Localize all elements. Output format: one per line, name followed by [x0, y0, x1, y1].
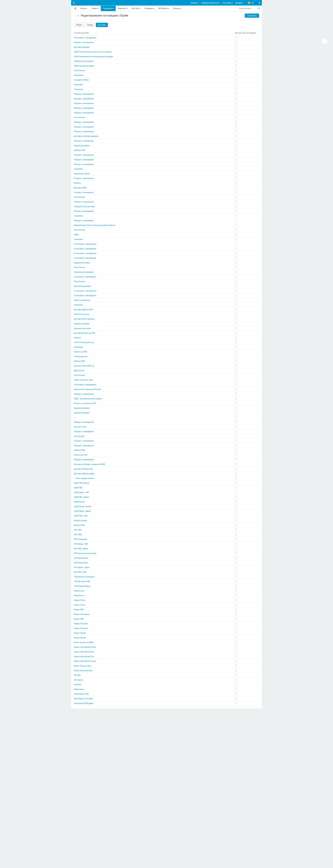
user-icon[interactable]: 👤: [255, 1, 258, 4]
shipping-method-link[interactable]: PickPoint: [74, 684, 235, 686]
shipping-method-link[interactable]: СДЭК: [74, 234, 235, 236]
availability-checkbox[interactable]: [235, 261, 237, 264]
shipping-method-link[interactable]: Яндекс Курьер за МКАД: [74, 642, 235, 643]
shipping-method-link[interactable]: Доставка Boxberry до ПВЗ: [74, 332, 235, 334]
shipping-method-link[interactable]: Яндекс International Post: [74, 651, 235, 653]
tab[interactable]: Общее: [74, 23, 84, 27]
availability-checkbox[interactable]: [235, 618, 237, 620]
shipping-method-link[interactable]: ДДК-Express: [74, 370, 235, 372]
availability-checkbox[interactable]: [235, 538, 237, 540]
availability-checkbox[interactable]: [235, 603, 237, 606]
availability-checkbox[interactable]: [235, 571, 237, 573]
shipping-method-link[interactable]: Яндекс Постамат: [74, 627, 235, 629]
back-button[interactable]: ←: [74, 14, 76, 17]
shipping-method-link[interactable]: Обсудить с менеджером: [74, 431, 235, 432]
shipping-method-link[interactable]: Обсудить с менеджером: [74, 121, 235, 123]
shipping-method-link[interactable]: Доставка СДЭК: [74, 187, 235, 189]
shipping-method-link[interactable]: Курьером до двери: [74, 323, 235, 324]
availability-checkbox[interactable]: [235, 233, 237, 236]
availability-checkbox[interactable]: [235, 561, 237, 563]
shipping-method-link[interactable]: Согласовать с менеджером: [74, 37, 235, 39]
availability-checkbox[interactable]: [235, 482, 237, 484]
availability-checkbox[interactable]: [235, 632, 237, 634]
shipping-method-link[interactable]: Курьером при заказе: [74, 328, 235, 329]
shipping-method-link[interactable]: DPD Курьер Авто: [74, 562, 235, 564]
availability-checkbox[interactable]: [235, 468, 237, 470]
availability-checkbox[interactable]: [235, 41, 237, 43]
notifications-icon[interactable]: 🔔: [248, 1, 251, 4]
availability-checkbox[interactable]: [235, 65, 237, 67]
availability-checkbox[interactable]: [235, 88, 237, 90]
availability-checkbox[interactable]: [235, 299, 237, 301]
availability-checkbox[interactable]: [235, 308, 237, 310]
availability-checkbox[interactable]: [235, 529, 237, 531]
availability-checkbox[interactable]: [235, 426, 237, 428]
shipping-method-link[interactable]: Boxberry: [74, 182, 235, 184]
shipping-method-link[interactable]: СДЭК до ПВЗ: [74, 149, 235, 151]
availability-checkbox[interactable]: [235, 140, 237, 142]
availability-checkbox[interactable]: [235, 655, 237, 657]
availability-checkbox[interactable]: [235, 664, 237, 666]
shipping-method-link[interactable]: Обсудить с менеджером: [74, 112, 235, 114]
availability-checkbox[interactable]: [235, 650, 237, 653]
availability-checkbox[interactable]: [235, 576, 237, 578]
shipping-method-link[interactable]: СДЭК Экономичная посылка курьером до две…: [74, 56, 235, 58]
shipping-method-link[interactable]: Курьером при заказе для Москвы: [74, 389, 235, 390]
availability-checkbox[interactable]: [235, 688, 237, 690]
availability-checkbox[interactable]: [235, 458, 237, 460]
availability-checkbox[interactable]: [235, 383, 237, 385]
availability-checkbox[interactable]: [235, 257, 237, 259]
availability-checkbox[interactable]: [235, 679, 237, 681]
shipping-method-link[interactable]: Boxberry до ПВЗ: [74, 454, 235, 456]
shipping-method-link[interactable]: Деловые линии (dellin.ru): [74, 365, 235, 367]
availability-checkbox[interactable]: [235, 55, 237, 57]
shipping-method-link[interactable]: Согласовать с менеджером: [74, 294, 235, 297]
shipping-method-link[interactable]: СДЭК до пункта выдачи: [74, 60, 235, 62]
availability-checkbox[interactable]: [235, 411, 237, 413]
shipping-method-link[interactable]: Почта России: [74, 117, 235, 118]
shipping-method-link[interactable]: DPD ПВЗ - Двери: [74, 548, 235, 550]
availability-checkbox[interactable]: [235, 397, 237, 399]
availability-checkbox[interactable]: [235, 271, 237, 273]
availability-checkbox[interactable]: [235, 674, 237, 676]
availability-checkbox[interactable]: [235, 355, 237, 357]
availability-checkbox[interactable]: [235, 698, 237, 700]
availability-checkbox[interactable]: [235, 402, 237, 404]
availability-checkbox[interactable]: [235, 500, 237, 503]
shipping-method-link[interactable]: Обсудить с менеджером: [74, 440, 235, 442]
availability-checkbox[interactable]: [235, 646, 237, 648]
availability-checkbox[interactable]: [235, 407, 237, 409]
availability-checkbox[interactable]: [235, 590, 237, 592]
shipping-method-link[interactable]: деловые линии: [74, 426, 235, 428]
shipping-method-link[interactable]: EMS Почта россии: [74, 313, 235, 315]
shipping-method-link[interactable]: Обсудить с менеджером: [74, 201, 235, 203]
shipping-method-link[interactable]: Яндекс Курьер Today: [74, 665, 235, 667]
availability-checkbox[interactable]: [235, 168, 237, 170]
availability-checkbox[interactable]: [235, 608, 237, 610]
shipping-method-link[interactable]: ТЭК Энергия Курьер: [74, 585, 235, 587]
shipping-method-link[interactable]: Обсудить с менеджером: [74, 140, 235, 142]
shipping-method-link[interactable]: Курьерская служба: [74, 262, 235, 264]
availability-checkbox[interactable]: [235, 693, 237, 695]
availability-checkbox[interactable]: [235, 112, 237, 114]
shipping-method-link[interactable]: Shop-Delivery ПВЗ: [74, 693, 235, 695]
availability-checkbox[interactable]: [235, 622, 237, 624]
shipping-method-link[interactable]: Обсудить с менеджером: [74, 126, 235, 128]
shipping-method-link[interactable]: Обсудить с менеджером: [74, 107, 235, 109]
shipping-method-link[interactable]: Boxberry: [74, 337, 235, 339]
shipping-method-link[interactable]: Обсудить с менеджером: [74, 421, 235, 423]
availability-checkbox[interactable]: [235, 332, 237, 334]
shipping-method-link[interactable]: СДЭК Курьер Эконом: [74, 505, 235, 507]
shipping-method-link[interactable]: Яндекс Круглосветкурт: [74, 670, 235, 672]
dropdown-icon[interactable]: ▾: [259, 1, 260, 4]
availability-checkbox[interactable]: [235, 477, 237, 479]
availability-checkbox[interactable]: [235, 524, 237, 526]
shipping-method-link[interactable]: Курьером до двери: [74, 412, 235, 414]
shipping-method-link[interactable]: Обергопочта: [74, 590, 235, 592]
shipping-method-link[interactable]: Согласовать с менеджером: [74, 248, 235, 250]
availability-checkbox[interactable]: [235, 491, 237, 493]
shipping-method-link[interactable]: ТЭК Деловые Самовывоз: [74, 576, 235, 578]
shipping-method-link[interactable]: СДЭК курьером до двери: [74, 65, 235, 67]
availability-checkbox[interactable]: [235, 393, 237, 395]
shipping-method-link[interactable]: Обсудить с менеджером: [74, 41, 235, 43]
